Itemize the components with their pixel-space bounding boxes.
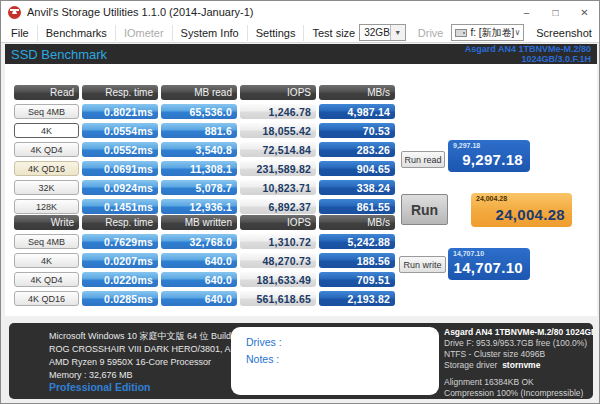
row-label-button[interactable]: 4K [14,123,79,138]
metric-cell: 6,892.37 [240,199,316,214]
menu-item-benchmarks[interactable]: Benchmarks [38,25,116,41]
edition-label: Professional Edition [49,381,151,393]
row-label-button[interactable]: 4K QD4 [14,272,79,287]
metric-cell: 48,270.73 [240,253,316,268]
metric-cell: 0.0285ms [82,291,158,306]
metric-cell: 2,193.82 [319,291,395,306]
test-size-combobox[interactable]: 32GB ▼ [359,24,406,41]
metric-cell: 0.0552ms [82,142,158,157]
read-table: Read Resp. time MB read IOPS MB/s Seq 4M… [14,85,395,214]
run-button[interactable]: Run [401,194,448,225]
total-score-value: 24,004.28 [496,206,565,223]
metric-cell: 5,242.88 [319,234,395,249]
mb-written-column-header: MB written [161,215,237,230]
metric-cell: 904.65 [319,161,395,176]
metric-cell: 12,936.1 [161,199,237,214]
metric-cell: 0.0207ms [82,253,158,268]
test-size-value: 32GB [360,27,390,38]
alignment-line: Alignment 16384KB OK [444,377,593,388]
metric-cell: 181,633.49 [240,272,316,287]
metric-cell: 0.1451ms [82,199,158,214]
menu-item-system-info[interactable]: System Info [173,25,248,41]
metric-cell: 32,768.0 [161,234,237,249]
run-read-button[interactable]: Run read [401,151,445,168]
iops-column-header: IOPS [240,215,316,230]
metric-cell: 65,536.0 [161,104,237,119]
metric-cell: 881.6 [161,123,237,138]
metric-cell: 3,540.8 [161,142,237,157]
row-label-button[interactable]: 128K [14,199,79,214]
metric-cell: 70.53 [319,123,395,138]
read-column-header: Read [14,85,79,100]
menu-item-file[interactable]: File [3,25,38,41]
row-label-button[interactable]: 4K [14,253,79,268]
read-score-small: 9,297.18 [453,142,480,149]
write-score-value: 14,707.10 [454,259,523,276]
minimize-button[interactable]: – [512,1,541,23]
metric-cell: 72,514.84 [240,142,316,157]
drive-icon [455,29,467,37]
close-button[interactable]: ✕ [570,1,599,23]
benchmark-panel: Read Resp. time MB read IOPS MB/s Seq 4M… [5,64,597,316]
drive-value: f: [新加卷] [470,26,514,40]
write-table: Write Resp. time MB written IOPS MB/s Se… [14,215,395,306]
menu-item-settings[interactable]: Settings [248,25,305,41]
app-window: Anvil's Storage Utilities 1.1.0 (2014-Ja… [0,0,600,404]
metric-cell: 0.0924ms [82,180,158,195]
drive-label: Drive [410,27,448,39]
dropdown-arrow-icon[interactable]: ▼ [390,25,405,40]
menu-bar: File Benchmarks IOmeter System Info Sett… [1,23,599,43]
read-score-value: 9,297.18 [462,151,523,168]
page-title: SSD Benchmark [11,47,107,62]
menu-item-screenshot[interactable]: Screenshot [528,25,600,41]
metric-cell: 640.0 [161,253,237,268]
footer-panel: Microsoft Windows 10 家庭中文版 64 位 Build (1… [9,323,593,399]
row-label-button[interactable]: 4K QD4 [14,142,79,157]
metric-cell: 640.0 [161,291,237,306]
run-write-button[interactable]: Run write [399,256,446,273]
resp-time-column-header: Resp. time [82,85,158,100]
drive-info: Asgard AN4 1TBNVMe-M.2/80 1024GB/ Drive … [444,327,593,399]
total-score-small: 24,004.28 [476,195,507,202]
filesystem-line: NTFS - Cluster size 4096B [444,349,593,360]
write-score-small: 14,707.10 [453,250,484,257]
device-name: Asgard AN4 1TBNVMe-M.2/80 1024GB/3.0.F.1… [465,44,591,64]
drive-combobox[interactable]: f: [新加卷] ∨ [451,24,524,41]
storage-driver-line: Storage driver stornvme [444,360,593,371]
read-score-box: 9,297.18 9,297.18 [448,140,530,172]
metric-cell: 1,246.78 [240,104,316,119]
write-column-header: Write [14,215,79,230]
metric-cell: 10,823.71 [240,180,316,195]
row-label-button[interactable]: Seq 4MB [14,234,79,249]
chevron-down-icon: ∨ [514,28,523,37]
row-label-button[interactable]: 32K [14,180,79,195]
header-bar: SSD Benchmark Asgard AN4 1TBNVMe-M.2/80 … [5,44,597,64]
iops-column-header: IOPS [240,85,316,100]
metric-cell: 1,310.72 [240,234,316,249]
metric-cell: 231,589.82 [240,161,316,176]
maximize-button[interactable]: □ [541,1,570,23]
row-label-button[interactable]: Seq 4MB [14,104,79,119]
notes-label: Notes : [246,351,439,368]
menu-item-iometer: IOmeter [116,25,173,41]
device-line2: 1024GB/3.0.F.1H [521,54,591,64]
compression-line: Compression 100% (Incompressible) [444,388,593,399]
row-label-button[interactable]: 4K QD16 [14,161,79,176]
metric-cell: 861.55 [319,199,395,214]
total-score-box: 24,004.28 24,004.28 [471,193,572,227]
metric-cell: 5,078.7 [161,180,237,195]
mbs-column-header: MB/s [319,85,395,100]
drive-model-line: Asgard AN4 1TBNVMe-M.2/80 1024GB/ [444,327,593,338]
notes-box[interactable]: Drives : Notes : [231,327,439,395]
window-controls: – □ ✕ [512,1,599,23]
window-title: Anvil's Storage Utilities 1.1.0 (2014-Ja… [27,6,253,18]
metric-cell: 11,308.1 [161,161,237,176]
drive-free-line: Drive F: 953.9/953.7GB free (100.0%) [444,338,593,349]
resp-time-column-header: Resp. time [82,215,158,230]
metric-cell: 709.51 [319,272,395,287]
metric-cell: 0.7629ms [82,234,158,249]
row-label-button[interactable]: 4K QD16 [14,291,79,306]
app-icon [8,6,21,19]
metric-cell: 338.24 [319,180,395,195]
metric-cell: 0.0554ms [82,123,158,138]
